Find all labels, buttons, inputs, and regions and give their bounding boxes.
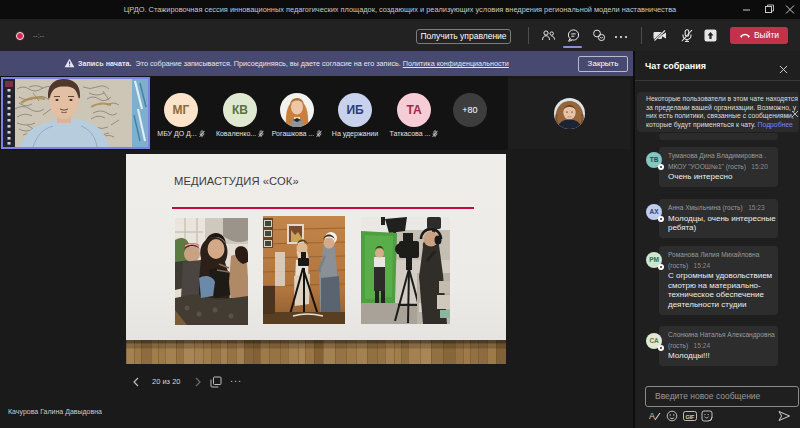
svg-text:GIF: GIF <box>685 414 695 420</box>
svg-text:A: A <box>649 411 655 421</box>
